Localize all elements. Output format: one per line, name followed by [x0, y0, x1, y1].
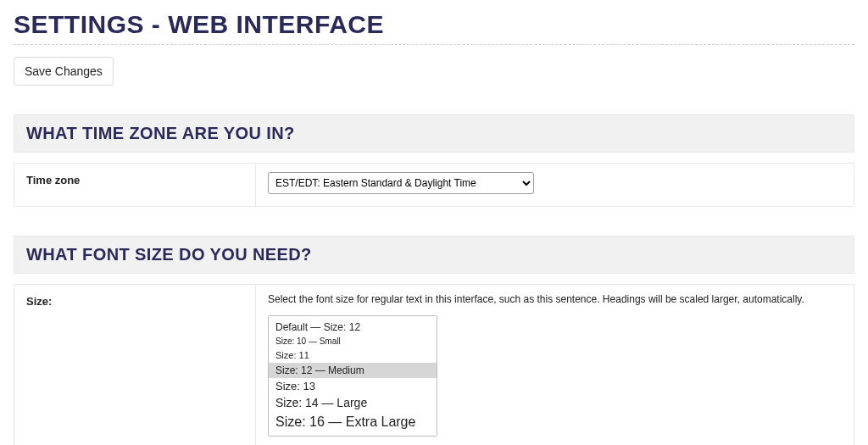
fontsize-section-heading: WHAT FONT SIZE DO YOU NEED? [14, 236, 854, 274]
fontsize-panel: Size: Select the font size for regular t… [14, 284, 854, 445]
timezone-panel: Time zone EST/EDT: Eastern Standard & Da… [14, 163, 854, 207]
timezone-label: Time zone [14, 164, 256, 206]
fontsize-option-16-extra-large[interactable]: Size: 16 — Extra Large [269, 412, 437, 432]
fontsize-help-text: Select the font size for regular text in… [268, 293, 842, 305]
fontsize-option-12-medium[interactable]: Size: 12 — Medium [269, 363, 437, 378]
fontsize-label: Size: [14, 285, 256, 445]
title-separator [14, 44, 854, 45]
fontsize-option-14-large[interactable]: Size: 14 — Large [269, 394, 437, 412]
fontsize-option-11[interactable]: Size: 11 [269, 348, 437, 363]
save-button[interactable]: Save Changes [14, 57, 114, 86]
fontsize-option-default-12[interactable]: Default — Size: 12 [269, 320, 437, 335]
timezone-select[interactable]: EST/EDT: Eastern Standard & Daylight Tim… [268, 172, 534, 194]
fontsize-option-13[interactable]: Size: 13 [269, 378, 437, 395]
fontsize-listbox[interactable]: Default — Size: 12 Size: 10 — Small Size… [268, 315, 437, 437]
page-title: SETTINGS - WEB INTERFACE [14, 10, 854, 39]
fontsize-option-10-small[interactable]: Size: 10 — Small [269, 335, 437, 348]
timezone-section-heading: WHAT TIME ZONE ARE YOU IN? [14, 114, 854, 153]
